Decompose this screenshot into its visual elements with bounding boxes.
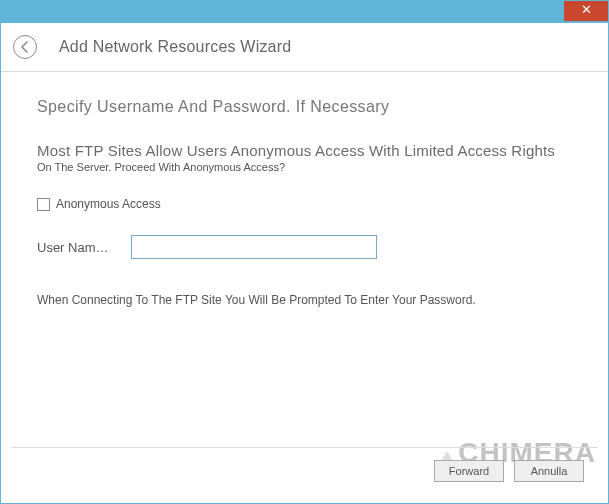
page-heading: Specify Username And Password. If Necess… <box>37 98 572 116</box>
titlebar: ✕ <box>1 1 608 23</box>
password-note: When Connecting To The FTP Site You Will… <box>37 293 572 307</box>
back-button[interactable] <box>13 35 37 59</box>
wizard-window: ✕ Add Network Resources Wizard Specify U… <box>0 0 609 504</box>
header: Add Network Resources Wizard <box>1 23 608 72</box>
forward-button[interactable]: Forward <box>434 460 504 482</box>
page-subtitle: Most FTP Sites Allow Users Anonymous Acc… <box>37 142 572 159</box>
arrow-left-icon <box>18 40 32 54</box>
content-area: Specify Username And Password. If Necess… <box>1 72 608 307</box>
username-input[interactable] <box>131 235 377 259</box>
username-row: User Nam… <box>37 235 572 259</box>
cancel-button[interactable]: Annulla <box>514 460 584 482</box>
close-button[interactable]: ✕ <box>564 1 608 21</box>
wizard-title: Add Network Resources Wizard <box>59 38 291 56</box>
username-label: User Nam… <box>37 240 109 255</box>
close-icon: ✕ <box>581 2 592 17</box>
anonymous-access-row: Anonymous Access <box>37 197 572 211</box>
footer: Forward Annulla <box>11 447 598 493</box>
anonymous-access-checkbox[interactable] <box>37 198 50 211</box>
page-subdesc: On The Server. Proceed With Anonymous Ac… <box>37 161 572 173</box>
anonymous-access-label: Anonymous Access <box>56 197 161 211</box>
